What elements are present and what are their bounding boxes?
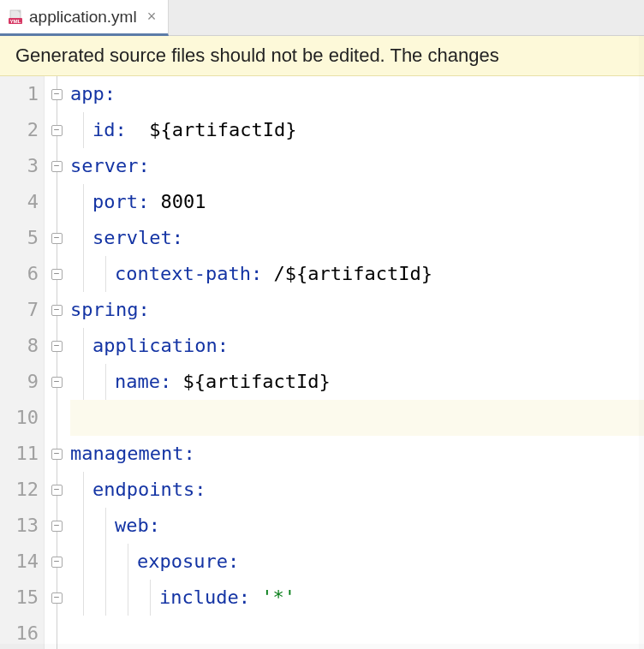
token-key: servlet — [92, 227, 172, 248]
indent-guide — [150, 580, 151, 616]
code-line[interactable]: server: — [70, 148, 644, 184]
token-val: 8001 — [149, 191, 206, 212]
code-content[interactable]: app:id: ${artifactId}server:port: 8001se… — [69, 76, 644, 649]
line-number: 5 — [9, 220, 39, 256]
fold-marker[interactable]: − — [45, 472, 69, 508]
line-number: 13 — [9, 508, 39, 544]
token-val: ${artifactId} — [127, 119, 297, 140]
indent-guide — [105, 580, 106, 616]
code-line[interactable]: name: ${artifactId} — [70, 364, 644, 400]
fold-marker[interactable]: − — [45, 508, 69, 544]
indent-guide — [83, 256, 84, 292]
warning-banner: Generated source files should not be edi… — [0, 36, 644, 76]
token-key: port — [92, 191, 138, 212]
fold-marker[interactable]: − — [45, 436, 69, 472]
line-number: 8 — [9, 328, 39, 364]
fold-open-icon[interactable]: − — [51, 89, 63, 100]
line-number: 14 — [9, 544, 39, 580]
fold-marker[interactable]: − — [45, 292, 69, 328]
fold-marker — [45, 184, 69, 220]
line-number: 3 — [9, 148, 39, 184]
fold-close-icon[interactable]: − — [51, 377, 63, 388]
indent-guide — [83, 472, 84, 508]
line-number: 11 — [9, 436, 39, 472]
code-line[interactable]: app: — [70, 76, 644, 112]
token-colon: : — [116, 119, 127, 140]
line-number: 10 — [9, 400, 39, 436]
indent-guide — [105, 544, 106, 580]
tab-bar: YML application.yml × — [0, 0, 644, 36]
fold-open-icon[interactable]: − — [51, 305, 63, 316]
svg-text:YML: YML — [9, 17, 21, 23]
indent-guide — [83, 508, 84, 544]
yml-file-icon: YML — [9, 9, 24, 25]
fold-gutter: −−−−−−−−−−−−− — [45, 76, 69, 649]
token-colon: : — [239, 586, 250, 608]
line-number: 6 — [9, 256, 39, 292]
banner-text: Generated source files should not be edi… — [15, 45, 499, 66]
token-colon: : — [228, 551, 239, 572]
tab-filename: application.yml — [29, 8, 137, 27]
code-line[interactable]: include: '*' — [70, 580, 644, 616]
line-number: 15 — [9, 580, 39, 616]
indent-guide — [105, 256, 106, 292]
token-colon: : — [138, 299, 149, 320]
indent-guide — [83, 112, 84, 148]
file-tab[interactable]: YML application.yml × — [0, 0, 169, 36]
line-number: 1 — [9, 76, 39, 112]
close-icon[interactable]: × — [147, 8, 157, 26]
fold-marker[interactable]: − — [45, 328, 69, 364]
token-colon: : — [194, 479, 206, 500]
code-line[interactable]: context-path: /${artifactId} — [70, 256, 644, 292]
fold-close-icon[interactable]: − — [51, 125, 63, 136]
fold-marker[interactable]: − — [45, 256, 69, 292]
fold-marker[interactable]: − — [45, 364, 69, 400]
fold-marker[interactable]: − — [45, 76, 69, 112]
fold-open-icon[interactable]: − — [51, 233, 63, 244]
fold-open-icon[interactable]: − — [51, 341, 63, 352]
code-line[interactable]: application: — [70, 328, 644, 364]
vertical-scrollbar[interactable] — [639, 36, 644, 649]
fold-close-icon[interactable]: − — [51, 592, 63, 604]
code-line[interactable]: spring: — [70, 292, 644, 328]
token-key: exposure — [137, 551, 228, 572]
code-line[interactable] — [70, 400, 644, 436]
indent-guide — [105, 508, 106, 544]
code-editor[interactable]: 12345678910111213141516 −−−−−−−−−−−−− ap… — [0, 76, 644, 649]
line-number: 2 — [9, 112, 39, 148]
token-colon: : — [138, 155, 149, 176]
fold-open-icon[interactable]: − — [51, 449, 63, 460]
fold-open-icon[interactable]: − — [51, 485, 63, 496]
token-colon: : — [251, 263, 262, 284]
fold-open-icon[interactable]: − — [51, 557, 63, 568]
fold-open-icon[interactable]: − — [51, 521, 63, 532]
token-colon: : — [149, 515, 160, 536]
line-number: 12 — [9, 472, 39, 508]
code-line[interactable]: management: — [70, 436, 644, 472]
indent-guide — [83, 220, 84, 256]
code-line[interactable]: endpoints: — [70, 472, 644, 508]
fold-close-icon[interactable]: − — [51, 269, 63, 280]
code-line[interactable]: id: ${artifactId} — [70, 112, 644, 148]
token-str: '*' — [261, 586, 295, 608]
indent-guide — [128, 544, 128, 580]
code-line[interactable]: servlet: — [70, 220, 644, 256]
indent-guide — [83, 184, 84, 220]
fold-marker[interactable]: − — [45, 580, 69, 616]
fold-marker[interactable]: − — [45, 148, 69, 184]
fold-open-icon[interactable]: − — [51, 161, 63, 172]
fold-marker[interactable]: − — [45, 112, 69, 148]
fold-marker — [45, 400, 69, 436]
token-key: endpoints — [92, 479, 194, 500]
code-line[interactable]: port: 8001 — [70, 184, 644, 220]
token-key: management — [70, 443, 183, 464]
fold-marker[interactable]: − — [45, 220, 69, 256]
horizontal-scrollbar[interactable] — [0, 644, 644, 649]
code-line[interactable]: web: — [70, 508, 644, 544]
token-val — [250, 586, 261, 608]
indent-guide — [128, 580, 128, 616]
token-key: application — [92, 335, 218, 356]
fold-marker[interactable]: − — [45, 544, 69, 580]
code-line[interactable]: exposure: — [70, 544, 644, 580]
token-colon: : — [183, 443, 194, 464]
